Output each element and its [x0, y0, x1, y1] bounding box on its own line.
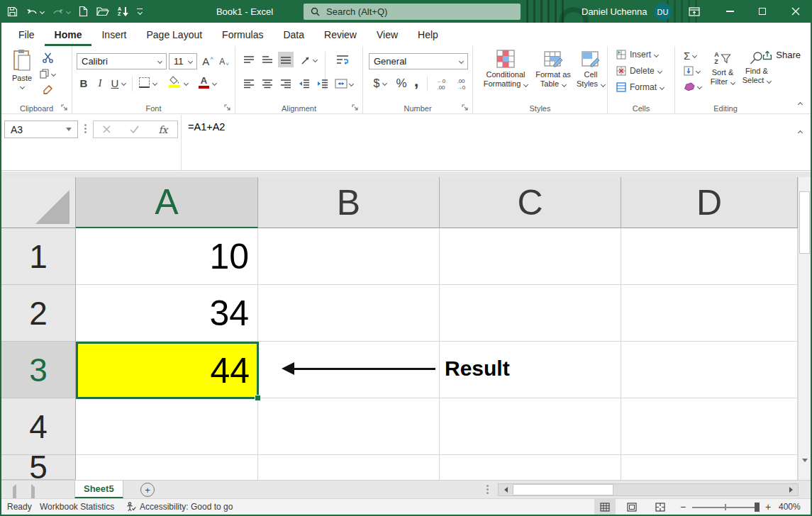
formula-input[interactable]: =A1+A2: [188, 121, 225, 133]
tab-help[interactable]: Help: [408, 23, 448, 46]
horizontal-scroll-thumb[interactable]: [513, 484, 613, 495]
zoom-in-button[interactable]: +: [765, 501, 771, 512]
save-icon[interactable]: [7, 0, 18, 23]
insert-cells-button[interactable]: Insert: [616, 50, 658, 60]
horizontal-scrollbar[interactable]: [498, 483, 799, 496]
font-size-select[interactable]: 11: [169, 53, 197, 69]
view-page-break-icon[interactable]: [650, 499, 671, 515]
add-sheet-button[interactable]: +: [140, 483, 155, 497]
accessibility-status-button[interactable]: Accessibility: Good to go: [126, 502, 233, 512]
cell-C2[interactable]: [440, 285, 621, 342]
tab-home[interactable]: Home: [45, 23, 92, 46]
undo-icon[interactable]: [26, 0, 44, 23]
tab-formulas[interactable]: Formulas: [212, 23, 273, 46]
orientation-icon[interactable]: [298, 52, 319, 67]
column-header-C[interactable]: C: [440, 177, 621, 228]
increase-indent-icon[interactable]: [315, 76, 330, 91]
formula-bar-resize-handle[interactable]: [84, 124, 87, 126]
column-header-B[interactable]: B: [258, 177, 440, 228]
zoom-slider-handle[interactable]: [755, 503, 760, 512]
align-right-icon[interactable]: [278, 76, 294, 91]
cell-A2[interactable]: 34: [76, 285, 258, 342]
cell-C1[interactable]: [440, 228, 621, 285]
tab-view[interactable]: View: [367, 23, 408, 46]
format-as-table-button[interactable]: Format as Table: [531, 50, 575, 89]
search-input[interactable]: Search (Alt+Q): [304, 4, 521, 20]
maximize-button[interactable]: [750, 0, 774, 23]
cell-A5[interactable]: [76, 455, 258, 480]
row-header-2[interactable]: 2: [1, 285, 76, 342]
name-box-dropdown-icon[interactable]: [66, 128, 72, 131]
autosum-icon[interactable]: Σ: [684, 50, 696, 62]
tab-review[interactable]: Review: [314, 23, 367, 46]
accounting-dropdown-icon[interactable]: [383, 82, 386, 85]
tab-page-layout[interactable]: Page Layout: [136, 23, 212, 46]
scroll-right-icon[interactable]: [784, 487, 798, 493]
vertical-scroll-thumb[interactable]: [799, 191, 810, 254]
align-middle-icon[interactable]: [260, 52, 275, 67]
cell-D1[interactable]: [621, 228, 798, 285]
cell-C4[interactable]: [440, 398, 621, 455]
number-format-select[interactable]: General: [369, 53, 468, 69]
workbook-statistics-button[interactable]: Workbook Statistics: [40, 502, 114, 512]
decrease-indent-icon[interactable]: [296, 76, 312, 91]
view-page-layout-icon[interactable]: [621, 499, 643, 515]
cell-D5[interactable]: [621, 455, 798, 480]
align-bottom-icon[interactable]: [278, 52, 294, 67]
cut-icon[interactable]: [41, 52, 54, 63]
sort-ascending-icon[interactable]: AZ: [118, 0, 128, 23]
new-file-icon[interactable]: [79, 0, 88, 23]
row-header-1[interactable]: 1: [1, 228, 76, 285]
wrap-text-icon[interactable]: [333, 52, 352, 67]
redo-icon[interactable]: [52, 0, 70, 23]
borders-dropdown-icon[interactable]: [153, 82, 157, 85]
fill-color-icon[interactable]: [169, 76, 180, 88]
column-header-A[interactable]: A: [76, 177, 258, 228]
font-dialog-launcher-icon[interactable]: [224, 104, 231, 111]
cell-A4[interactable]: [76, 398, 258, 455]
collapse-formula-bar-icon[interactable]: [799, 125, 802, 138]
open-file-icon[interactable]: [96, 0, 109, 23]
copy-icon[interactable]: [38, 68, 57, 79]
scroll-left-icon[interactable]: [499, 487, 513, 493]
column-header-D[interactable]: D: [621, 177, 798, 228]
cell-styles-button[interactable]: Cell Styles: [575, 50, 606, 89]
comma-style-icon[interactable]: ,: [411, 73, 421, 89]
decrease-font-size-icon[interactable]: A˅: [217, 55, 231, 69]
clear-icon[interactable]: [684, 82, 701, 91]
avatar[interactable]: DU: [654, 3, 672, 21]
ribbon-display-options-icon[interactable]: [682, 0, 706, 23]
accounting-format-icon[interactable]: $: [372, 76, 382, 91]
cell-B5[interactable]: [258, 455, 440, 480]
cell-B2[interactable]: [258, 285, 440, 342]
zoom-out-button[interactable]: −: [680, 501, 686, 512]
select-all-corner[interactable]: [1, 177, 76, 228]
align-top-icon[interactable]: [241, 52, 257, 67]
fill-icon[interactable]: [684, 66, 700, 76]
increase-decimal-icon[interactable]: ←0 .00: [433, 76, 450, 93]
italic-button[interactable]: I: [95, 76, 105, 90]
font-color-icon[interactable]: A: [199, 76, 209, 89]
paste-button[interactable]: Paste: [7, 49, 37, 89]
scroll-down-icon[interactable]: [802, 462, 808, 475]
tab-file[interactable]: File: [9, 23, 45, 46]
row-header-3[interactable]: 3: [1, 342, 76, 398]
view-normal-icon[interactable]: [594, 499, 616, 515]
percent-style-icon[interactable]: %: [394, 76, 408, 91]
cancel-icon[interactable]: [103, 125, 111, 133]
cell-D3[interactable]: [621, 342, 798, 398]
vertical-scrollbar[interactable]: [798, 177, 811, 480]
cell-B4[interactable]: [258, 398, 440, 455]
underline-button[interactable]: U: [109, 76, 121, 90]
zoom-level[interactable]: 400%: [779, 502, 801, 512]
customize-quick-access-icon[interactable]: [137, 0, 143, 23]
borders-icon[interactable]: [139, 77, 150, 88]
tab-insert[interactable]: Insert: [91, 23, 136, 46]
sheet-tab-sheet5[interactable]: Sheet5: [74, 481, 123, 499]
close-button[interactable]: [784, 0, 808, 23]
format-painter-icon[interactable]: [41, 84, 54, 95]
align-left-icon[interactable]: [241, 76, 257, 91]
clipboard-dialog-launcher-icon[interactable]: [61, 104, 68, 111]
cell-B1[interactable]: [258, 228, 440, 285]
sort-filter-button[interactable]: AZ Sort & Filter: [706, 51, 739, 86]
